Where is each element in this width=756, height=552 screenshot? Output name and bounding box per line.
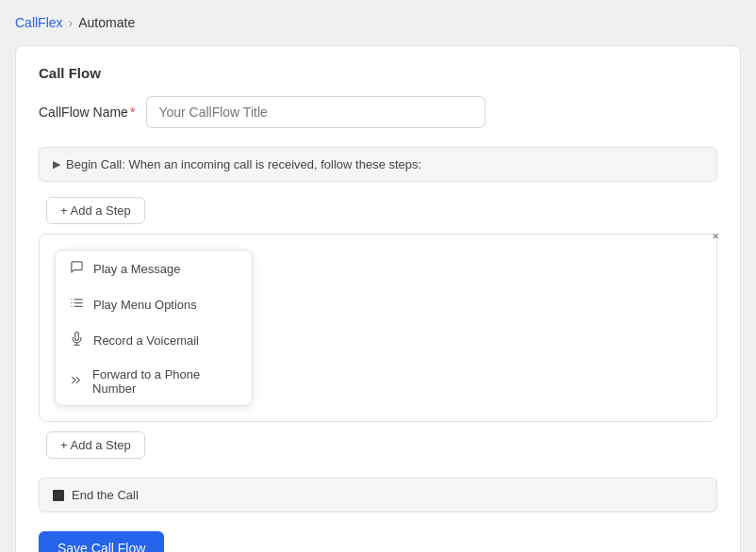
- main-card: Call Flow CallFlow Name* ▶ Begin Call: W…: [15, 45, 741, 552]
- dropdown-item-label: Play a Message: [93, 262, 181, 276]
- add-step-button-bottom[interactable]: + Add a Step: [46, 431, 145, 459]
- dropdown-item-play-menu[interactable]: Play Menu Options: [56, 286, 252, 322]
- step-box: × Play a Message: [39, 234, 717, 422]
- dropdown-item-play-message[interactable]: Play a Message: [56, 251, 252, 286]
- forward-icon: [69, 373, 83, 390]
- play-icon: ▶: [53, 158, 60, 170]
- close-step-button[interactable]: ×: [707, 227, 724, 245]
- end-call-text: End the Call: [72, 488, 139, 502]
- add-step-button-top[interactable]: + Add a Step: [46, 197, 145, 224]
- begin-call-bar: ▶ Begin Call: When an incoming call is r…: [39, 147, 717, 182]
- step-dropdown-menu: Play a Message: [55, 250, 253, 406]
- breadcrumb-current: Automate: [78, 15, 135, 30]
- breadcrumb: CallFlex › Automate: [15, 15, 741, 30]
- stop-icon: [53, 490, 64, 501]
- dropdown-item-label: Record a Voicemail: [93, 333, 199, 348]
- breadcrumb-link[interactable]: CallFlex: [15, 15, 63, 30]
- dropdown-item-label: Play Menu Options: [93, 298, 197, 312]
- save-call-flow-button[interactable]: Save Call Flow: [39, 531, 164, 552]
- step-box-inner: Play a Message: [55, 250, 701, 406]
- end-call-bar: End the Call: [39, 478, 717, 512]
- begin-call-text: Begin Call: When an incoming call is rec…: [66, 157, 421, 171]
- dropdown-item-record-voicemail[interactable]: Record a Voicemail: [56, 322, 252, 358]
- steps-content: + Add a Step × Play a Message: [39, 197, 717, 512]
- callflow-name-input[interactable]: [146, 96, 485, 128]
- callflow-name-label: CallFlow Name*: [39, 105, 135, 120]
- card-title: Call Flow: [39, 65, 717, 81]
- mic-icon: [69, 332, 84, 349]
- breadcrumb-separator: ›: [69, 15, 74, 30]
- dropdown-item-label: Forward to a Phone Number: [92, 367, 238, 396]
- required-star: *: [130, 105, 135, 120]
- chat-icon: [69, 260, 84, 277]
- dropdown-item-forward-phone[interactable]: Forward to a Phone Number: [56, 358, 252, 405]
- callflow-name-row: CallFlow Name*: [39, 96, 717, 128]
- menu-icon: [69, 296, 84, 313]
